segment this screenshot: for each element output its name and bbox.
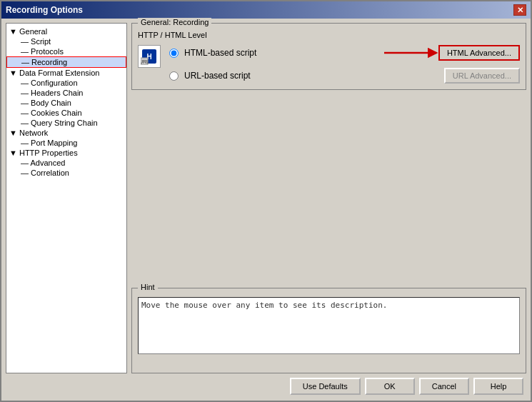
- tree-panel: ▼ General — Script — Protocols — Recordi…: [6, 23, 127, 373]
- tree-item-protocols[interactable]: — Protocols: [6, 46, 126, 56]
- url-radio[interactable]: [169, 71, 179, 81]
- tree-bullet: —: [21, 89, 31, 97]
- tree-item-http-properties[interactable]: ▼ HTTP Properties: [6, 148, 126, 158]
- ok-button[interactable]: OK: [365, 378, 415, 395]
- html-advanced-button[interactable]: HTML Advanced...: [438, 45, 520, 61]
- http-level-label: HTTP / HTML Level: [138, 31, 520, 39]
- hint-textarea: [138, 297, 520, 354]
- tree-bullet: —: [21, 139, 31, 147]
- tree-item-advanced[interactable]: — Advanced: [6, 158, 126, 168]
- script-icon: H URL: [138, 45, 161, 68]
- hint-group: Hint: [131, 288, 526, 373]
- tree-item-correlation[interactable]: — Correlation: [6, 168, 126, 178]
- tree-item-recording[interactable]: — Recording: [6, 56, 126, 68]
- html-advanced-container: HTML Advanced...: [438, 45, 520, 61]
- tree-bullet: —: [21, 99, 31, 107]
- tree-item-body-chain[interactable]: — Body Chain: [6, 98, 126, 108]
- tree-bullet: —: [21, 47, 31, 56]
- title-bar: Recording Options ✕: [1, 1, 531, 19]
- content-panel: General: Recording HTTP / HTML Level H U…: [131, 23, 526, 373]
- group-box-title: General: Recording: [138, 18, 211, 26]
- tree-bullet: —: [21, 169, 31, 177]
- tree-bullet: —: [21, 79, 31, 87]
- tree-bullet: —: [21, 119, 31, 127]
- url-radio-label: URL-based script: [184, 71, 251, 81]
- tree-bullet: —: [21, 109, 31, 117]
- http-html-level-section: HTTP / HTML Level H URL: [138, 31, 520, 84]
- close-button[interactable]: ✕: [513, 4, 526, 16]
- expand-icon: ▼: [9, 149, 19, 157]
- html-script-row: HTML-based script: [169, 45, 520, 61]
- help-button[interactable]: Help: [473, 378, 523, 395]
- tree-item-data-format[interactable]: ▼ Data Format Extension: [6, 68, 126, 78]
- html-radio[interactable]: [169, 49, 179, 58]
- tree-bullet: —: [21, 159, 30, 167]
- tree-item-cookies-chain[interactable]: — Cookies Chain: [6, 108, 126, 118]
- tree-item-network[interactable]: ▼ Network: [6, 128, 126, 138]
- tree-item-script[interactable]: — Script: [6, 36, 126, 46]
- hint-group-title: Hint: [138, 283, 158, 291]
- window-title: Recording Options: [6, 5, 83, 15]
- html-radio-label: HTML-based script: [184, 48, 256, 58]
- cancel-button[interactable]: Cancel: [419, 378, 469, 395]
- url-advanced-button[interactable]: URL Advanced...: [444, 68, 520, 84]
- tree-item-query-string[interactable]: — Query String Chain: [6, 118, 126, 128]
- main-area: ▼ General — Script — Protocols — Recordi…: [6, 23, 526, 373]
- url-script-row: URL-based script URL Advanced...: [169, 68, 520, 84]
- tree-bullet: —: [21, 37, 31, 46]
- spacer: [131, 96, 526, 282]
- svg-text:URL: URL: [141, 59, 149, 64]
- expand-icon: ▼: [9, 129, 19, 137]
- tree-bullet: —: [21, 58, 31, 66]
- window-body: ▼ General — Script — Protocols — Recordi…: [1, 19, 531, 401]
- tree-item-general[interactable]: ▼ General: [6, 26, 126, 36]
- use-defaults-button[interactable]: Use Defaults: [290, 378, 361, 395]
- tree-item-configuration[interactable]: — Configuration: [6, 78, 126, 88]
- expand-icon: ▼: [9, 69, 19, 77]
- tree-item-headers-chain[interactable]: — Headers Chain: [6, 88, 126, 98]
- arrow-decoration: [381, 43, 445, 63]
- recording-options-dialog: Recording Options ✕ ▼ General — Script —…: [0, 0, 532, 402]
- tree-item-port-mapping[interactable]: — Port Mapping: [6, 138, 126, 148]
- bottom-bar: Use Defaults OK Cancel Help: [6, 373, 526, 396]
- expand-icon: ▼: [9, 27, 19, 36]
- general-recording-group: General: Recording HTTP / HTML Level H U…: [131, 23, 526, 90]
